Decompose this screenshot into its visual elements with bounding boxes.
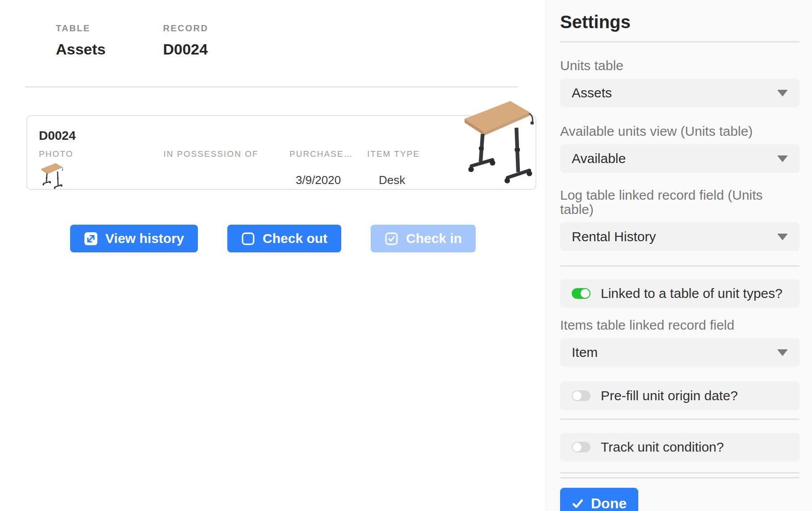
linked-unit-types-toggle[interactable] bbox=[572, 288, 590, 299]
purchase-date-column-label: PURCHASE… bbox=[289, 149, 353, 159]
units-table-label: Units table bbox=[560, 59, 799, 73]
table-header-group: TABLE Assets bbox=[56, 23, 106, 58]
linked-unit-types-toggle-row[interactable]: Linked to a table of unit types? bbox=[560, 279, 799, 308]
toggle-knob bbox=[573, 391, 582, 400]
log-table-linked-record-selected-value: Rental History bbox=[572, 229, 777, 244]
chevron-down-icon bbox=[777, 234, 788, 240]
track-unit-condition-toggle-label: Track unit condition? bbox=[601, 440, 724, 455]
settings-panel: Settings Units table Assets Available un… bbox=[546, 0, 812, 511]
checkbox-empty-icon bbox=[241, 232, 255, 246]
photo-column-label: PHOTO bbox=[39, 149, 73, 159]
available-units-view-label: Available units view (Units table) bbox=[560, 124, 799, 138]
expand-arrows-icon bbox=[84, 232, 98, 246]
record-label: RECORD bbox=[163, 23, 209, 34]
checkmark-icon bbox=[572, 498, 584, 510]
done-button[interactable]: Done bbox=[560, 488, 638, 511]
asset-checkout-app: TABLE Assets RECORD D0024 D0024 PHOTO IN… bbox=[0, 0, 812, 511]
check-out-button[interactable]: Check out bbox=[227, 225, 341, 252]
record-card-title: D0024 bbox=[39, 129, 76, 143]
checkbox-checked-icon bbox=[385, 232, 398, 246]
header-divider bbox=[25, 86, 518, 88]
record-card[interactable]: D0024 PHOTO IN POSSESSION OF PURCHASE… I… bbox=[26, 115, 536, 190]
toggle-knob bbox=[581, 289, 590, 298]
toggle-knob bbox=[573, 443, 582, 452]
prefill-origin-date-toggle-label: Pre-fill unit origin date? bbox=[601, 388, 738, 403]
track-unit-condition-toggle-row[interactable]: Track unit condition? bbox=[560, 433, 799, 461]
log-table-linked-record-field-select[interactable]: Rental History bbox=[560, 222, 799, 251]
table-value: Assets bbox=[56, 41, 106, 58]
settings-divider bbox=[560, 41, 799, 42]
settings-title: Settings bbox=[560, 12, 799, 32]
chevron-down-icon bbox=[777, 155, 788, 162]
table-label: TABLE bbox=[56, 23, 106, 34]
view-history-button[interactable]: View history bbox=[70, 225, 198, 252]
check-in-label: Check in bbox=[406, 231, 462, 246]
section-divider bbox=[560, 419, 799, 420]
items-table-linked-record-field-select[interactable]: Item bbox=[560, 338, 799, 367]
action-buttons-row: View history Check out Check in bbox=[0, 225, 546, 252]
view-history-label: View history bbox=[105, 231, 184, 246]
items-table-linked-record-selected-value: Item bbox=[572, 345, 777, 360]
check-out-label: Check out bbox=[263, 231, 327, 246]
done-label: Done bbox=[591, 495, 627, 511]
desk-photo bbox=[462, 95, 534, 187]
available-units-view-select[interactable]: Available bbox=[560, 144, 799, 173]
log-table-linked-record-field-label: Log table linked record field (Units tab… bbox=[560, 188, 799, 217]
record-header-group: RECORD D0024 bbox=[163, 23, 209, 58]
footer-divider bbox=[560, 472, 799, 478]
main-area: TABLE Assets RECORD D0024 D0024 PHOTO IN… bbox=[0, 0, 546, 511]
units-table-selected-value: Assets bbox=[572, 85, 777, 101]
in-possession-of-column-label: IN POSSESSION OF bbox=[163, 149, 259, 159]
chevron-down-icon bbox=[777, 349, 788, 356]
item-type-column-label: ITEM TYPE bbox=[367, 149, 420, 159]
units-table-select[interactable]: Assets bbox=[560, 79, 799, 107]
items-table-linked-record-field-label: Items table linked record field bbox=[560, 318, 799, 332]
available-units-view-selected-value: Available bbox=[572, 151, 777, 166]
track-unit-condition-toggle[interactable] bbox=[572, 442, 590, 452]
linked-unit-types-toggle-label: Linked to a table of unit types? bbox=[601, 286, 783, 301]
prefill-origin-date-toggle-row[interactable]: Pre-fill unit origin date? bbox=[560, 381, 799, 410]
desk-thumbnail-image bbox=[40, 162, 64, 189]
chevron-down-icon bbox=[777, 90, 788, 96]
check-in-button[interactable]: Check in bbox=[371, 225, 476, 252]
record-value: D0024 bbox=[163, 41, 209, 58]
item-type-value: Desk bbox=[379, 173, 405, 187]
purchase-date-value: 3/9/2020 bbox=[296, 173, 341, 187]
prefill-origin-date-toggle[interactable] bbox=[572, 390, 590, 401]
section-divider bbox=[560, 265, 799, 267]
